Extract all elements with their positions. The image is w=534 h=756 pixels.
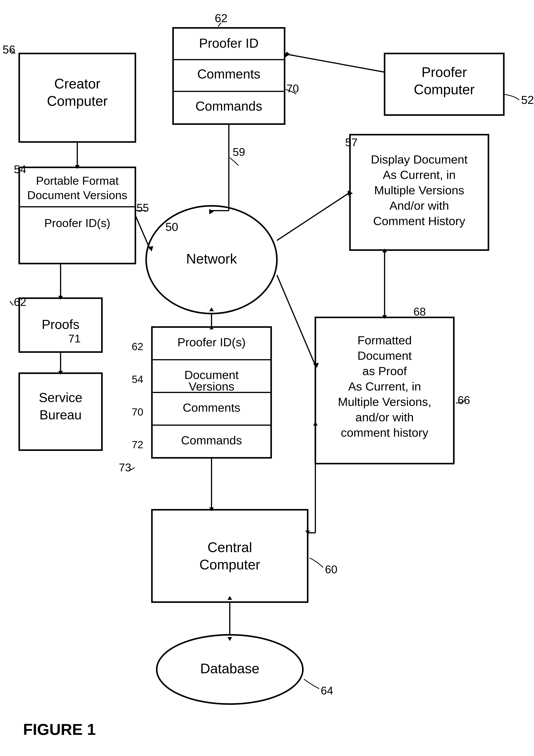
svg-text:71: 71 <box>68 332 81 345</box>
svg-text:Document Versions: Document Versions <box>27 189 127 202</box>
svg-text:Comments: Comments <box>197 67 260 81</box>
svg-text:54: 54 <box>14 163 26 176</box>
svg-text:56: 56 <box>3 43 15 56</box>
svg-text:Proofer: Proofer <box>421 65 467 80</box>
svg-text:Computer: Computer <box>414 82 475 97</box>
svg-text:Proofer ID(s): Proofer ID(s) <box>44 217 110 230</box>
svg-text:Portable Format: Portable Format <box>36 174 119 187</box>
svg-text:As Current, in: As Current, in <box>383 168 456 181</box>
svg-text:54: 54 <box>132 373 143 385</box>
svg-text:Document: Document <box>358 349 412 362</box>
svg-text:Multiple Versions: Multiple Versions <box>374 183 465 197</box>
svg-text:70: 70 <box>286 82 299 94</box>
svg-text:70: 70 <box>132 406 143 418</box>
svg-rect-91 <box>152 510 308 602</box>
svg-text:and/or with: and/or with <box>355 411 414 424</box>
svg-text:As Current, in: As Current, in <box>348 380 421 393</box>
svg-text:Proofer ID: Proofer ID <box>199 36 259 50</box>
svg-text:Versions: Versions <box>189 380 234 393</box>
svg-text:Computer: Computer <box>47 93 108 109</box>
svg-text:Commands: Commands <box>181 434 242 447</box>
svg-text:Proofer ID(s): Proofer ID(s) <box>177 336 246 349</box>
svg-text:55: 55 <box>137 202 149 214</box>
svg-text:66: 66 <box>458 394 470 406</box>
svg-text:Comments: Comments <box>183 401 240 414</box>
figure-label: FIGURE 1 <box>23 721 96 738</box>
svg-text:Database: Database <box>200 661 259 676</box>
svg-text:60: 60 <box>325 563 337 576</box>
svg-text:Display Document: Display Document <box>371 153 467 166</box>
svg-text:59: 59 <box>233 146 245 158</box>
svg-text:Service: Service <box>39 390 83 405</box>
svg-text:73: 73 <box>119 461 131 473</box>
svg-text:57: 57 <box>345 136 358 148</box>
diagram-container: Creator Computer 56 Proofer Computer 52 … <box>0 0 534 756</box>
svg-text:50: 50 <box>165 221 178 233</box>
svg-text:62: 62 <box>215 12 228 25</box>
svg-text:64: 64 <box>321 684 333 697</box>
svg-text:68: 68 <box>414 305 426 318</box>
svg-text:Formatted: Formatted <box>358 334 412 347</box>
svg-text:Document: Document <box>184 368 239 382</box>
svg-text:Comment History: Comment History <box>373 214 465 228</box>
svg-text:comment history: comment history <box>341 426 428 439</box>
svg-text:And/or with: And/or with <box>389 199 449 212</box>
svg-text:62: 62 <box>132 341 143 352</box>
svg-text:Network: Network <box>186 251 237 266</box>
svg-text:72: 72 <box>132 439 143 450</box>
svg-text:Computer: Computer <box>200 557 260 572</box>
svg-text:62: 62 <box>14 296 26 308</box>
svg-text:Commands: Commands <box>195 99 262 113</box>
svg-text:Central: Central <box>207 540 252 555</box>
svg-text:Bureau: Bureau <box>40 407 82 422</box>
svg-text:as Proof: as Proof <box>362 364 407 378</box>
svg-text:Proofs: Proofs <box>42 317 80 332</box>
svg-text:Creator: Creator <box>54 76 100 92</box>
svg-text:52: 52 <box>521 94 534 106</box>
svg-text:Multiple Versions,: Multiple Versions, <box>338 395 431 408</box>
